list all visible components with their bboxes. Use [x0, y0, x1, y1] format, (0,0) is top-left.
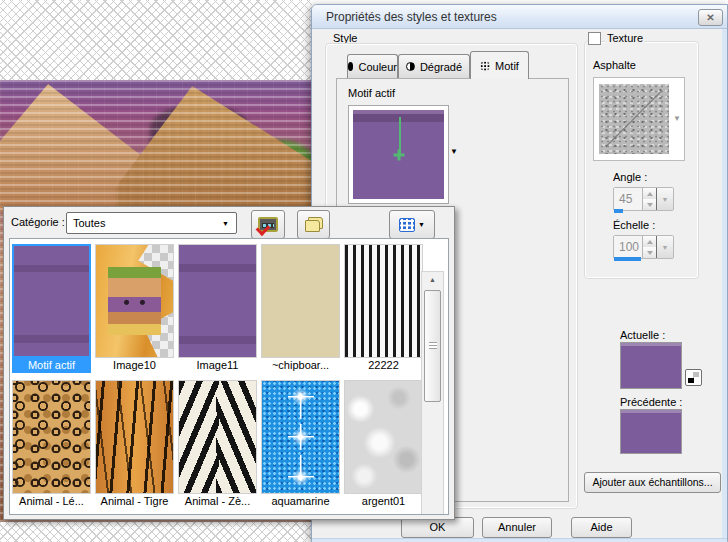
texture-angle-up-icon	[643, 188, 656, 199]
active-pattern-image	[353, 110, 444, 199]
tab-motif[interactable]: Motif	[470, 51, 529, 79]
pattern-tile-label: Animal - Tigre	[95, 494, 174, 509]
pattern-tile-image	[261, 244, 340, 358]
texture-scale-value-bar	[614, 257, 641, 261]
dialog-frame-bottom	[312, 538, 727, 542]
swatch-edit-icon	[258, 217, 278, 232]
previous-swatch	[620, 409, 682, 454]
scroll-up-icon[interactable]: ▲	[422, 272, 443, 288]
tab-motif-label: Motif	[495, 60, 519, 72]
texture-angle-line	[606, 91, 662, 147]
tab-degrade-label: Dégradé	[420, 61, 462, 73]
texture-angle-dropdown-icon: ▼	[656, 188, 673, 210]
pattern-tile-image	[95, 380, 174, 494]
pattern-grid: Motif actif Image10 Image11 ~chipboar...…	[12, 244, 430, 509]
dialog-title: Propriétés des styles et textures	[326, 10, 497, 24]
pattern-tile[interactable]: Animal - Zè...	[178, 380, 257, 509]
pattern-tile[interactable]: 22222	[344, 244, 423, 373]
category-label: Catégorie :	[11, 216, 65, 228]
texture-angle-spinbox: 45 ▼	[613, 187, 674, 211]
pattern-tile-label: argent01	[344, 494, 423, 509]
screen: Propriétés des styles et textures ✕ Styl…	[0, 0, 728, 542]
category-value: Toutes	[73, 217, 105, 229]
gradient-circle-icon	[406, 62, 415, 71]
pattern-tile[interactable]: Image11	[178, 244, 257, 373]
pattern-tile-label: Animal - Lé...	[12, 494, 91, 509]
texture-angle-label: Angle :	[613, 171, 647, 183]
pattern-tile-image	[178, 244, 257, 358]
file-locations-button[interactable]	[297, 210, 330, 239]
texture-name: Asphalte	[593, 59, 636, 71]
edit-paths-button[interactable]	[251, 210, 285, 239]
cancel-button[interactable]: Annuler	[482, 517, 552, 538]
close-icon[interactable]: ✕	[698, 9, 723, 26]
texture-dropdown-icon: ▼	[673, 114, 681, 123]
pattern-tile[interactable]: Animal - Lé...	[12, 380, 91, 509]
texture-group-label: Texture	[605, 32, 645, 44]
pattern-tile[interactable]: aquamarine	[261, 380, 340, 509]
texture-preview[interactable]: ▼	[593, 77, 685, 161]
current-swatch	[620, 342, 682, 389]
pattern-tile-label: Motif actif	[12, 358, 91, 373]
thumbnail-view-icon	[399, 218, 415, 232]
pattern-circle-icon	[480, 61, 490, 71]
pattern-tile-image	[344, 244, 423, 358]
texture-angle-spinner	[642, 188, 656, 210]
pattern-tile-label: Animal - Zè...	[178, 494, 257, 509]
texture-scale-down-icon	[643, 247, 656, 258]
tab-couleur-label: Couleur	[358, 61, 397, 73]
checker-icon	[688, 372, 699, 383]
pattern-tile-label: Image10	[95, 358, 174, 373]
pattern-tile-image	[12, 380, 91, 494]
color-circle-icon	[348, 62, 353, 71]
texture-image	[599, 84, 669, 154]
pattern-picker-dropdown-icon[interactable]: ▼	[447, 145, 461, 159]
texture-checkbox[interactable]	[588, 32, 601, 45]
tab-degrade[interactable]: Dégradé	[398, 54, 470, 78]
ok-button[interactable]: OK	[401, 517, 474, 538]
dialog-titlebar[interactable]: Propriétés des styles et textures ✕	[312, 5, 727, 29]
pattern-tile-image	[12, 244, 91, 358]
pattern-tile-label: Image11	[178, 358, 257, 373]
texture-scale-spinbox: 100 ▼	[613, 235, 674, 259]
dialog-frame-right	[722, 29, 727, 542]
pattern-tile[interactable]: argent01	[344, 380, 423, 509]
scrollbar-thumb[interactable]	[424, 290, 441, 402]
active-pattern-preview[interactable]	[348, 105, 449, 204]
pattern-tile-image	[178, 380, 257, 494]
chevron-down-icon: ▼	[418, 221, 425, 228]
texture-angle-value-bar	[614, 209, 623, 213]
pattern-tile-image	[261, 380, 340, 494]
texture-scale-dropdown-icon: ▼	[656, 236, 673, 258]
texture-angle-value: 45	[614, 188, 642, 210]
pattern-origin-marker	[393, 149, 404, 160]
texture-scale-value: 100	[614, 236, 642, 258]
texture-scale-label: Échelle :	[613, 219, 655, 231]
pattern-tile[interactable]: Motif actif	[12, 244, 91, 373]
pattern-tile-image	[95, 244, 174, 358]
transparency-checker-button[interactable]	[685, 369, 702, 386]
previous-label: Précédente :	[620, 396, 682, 408]
current-label: Actuelle :	[620, 329, 665, 341]
category-select[interactable]: Toutes ▼	[66, 212, 237, 234]
motif-actif-label: Motif actif	[348, 87, 395, 99]
pattern-tile[interactable]: ~chipboar...	[261, 244, 340, 373]
pattern-tile[interactable]: Image10	[95, 244, 174, 373]
texture-scale-spinner	[642, 236, 656, 258]
texture-scale-up-icon	[643, 236, 656, 247]
add-to-swatches-button[interactable]: Ajouter aux échantillons...	[584, 472, 721, 493]
folders-icon	[305, 217, 323, 232]
pattern-picker-popup: Catégorie : Toutes ▼ ▼ Motif actif Image…	[3, 206, 455, 520]
tab-couleur[interactable]: Couleur	[347, 54, 398, 78]
pattern-tile[interactable]: Animal - Tigre	[95, 380, 174, 509]
pattern-tile-label: aquamarine	[261, 494, 340, 509]
texture-angle-down-icon	[643, 199, 656, 210]
vertical-scrollbar[interactable]: ▲ ▼	[421, 271, 444, 515]
help-button[interactable]: Aide	[571, 517, 632, 538]
chevron-down-icon: ▼	[222, 220, 229, 227]
pattern-tile-label: 22222	[344, 358, 423, 373]
pattern-tile-image	[344, 380, 423, 494]
pattern-tile-label: ~chipboar...	[261, 358, 340, 373]
view-mode-button[interactable]: ▼	[389, 210, 435, 239]
pattern-list: Motif actif Image10 Image11 ~chipboar...…	[9, 238, 449, 515]
